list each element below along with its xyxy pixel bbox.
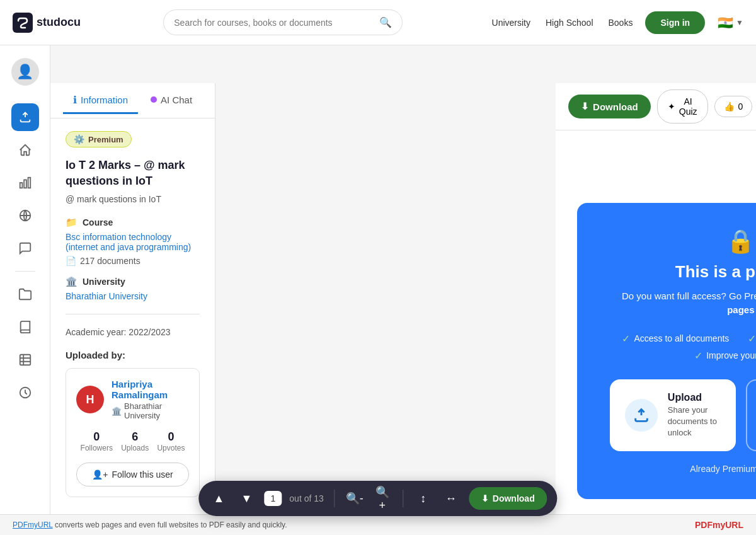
- uni-icon: 🏛️: [112, 406, 122, 416]
- svg-rect-0: [20, 183, 22, 188]
- bar-divider-2: [403, 490, 403, 507]
- language-selector[interactable]: 🇮🇳 ▼: [718, 15, 743, 30]
- university-icon: 🏛️: [66, 276, 77, 287]
- lock-icon: 🔒: [609, 228, 756, 255]
- logo-icon: [13, 13, 33, 33]
- ai-dot-icon: [151, 96, 157, 103]
- nav-university[interactable]: University: [492, 18, 530, 28]
- upload-card-desc: Share your documents to unlock: [668, 405, 721, 439]
- uploader-stats: 0 Followers 6 Uploads 0 Upvotes: [76, 430, 189, 452]
- info-content: ⚙️ Premium Io T 2 Marks – @ mark questio…: [50, 118, 215, 510]
- university-label: 🏛️ University: [66, 276, 200, 287]
- download-button-top[interactable]: ⬇ Download: [568, 95, 651, 118]
- upvote-button[interactable]: 👍 0: [714, 96, 753, 117]
- follow-user-button[interactable]: 👤+ Follow this user: [76, 463, 189, 486]
- uploader-card: H Haripriya Ramalingam 🏛️ Bharathiar Uni…: [66, 368, 200, 497]
- check-icon-3: ✓: [694, 350, 702, 362]
- sidebar-divider: [15, 271, 35, 272]
- sidebar-home-icon[interactable]: [11, 136, 39, 164]
- tab-information[interactable]: ℹ Information: [63, 88, 138, 114]
- feature-docs: ✓ Access to all documents: [622, 333, 729, 345]
- followers-count: 0: [81, 430, 113, 444]
- chevron-down-icon: ▼: [736, 18, 743, 27]
- upload-card-icon: [625, 399, 658, 432]
- uploader-avatar: H: [76, 386, 104, 413]
- download-icon-bottom: ⬇: [481, 493, 489, 503]
- info-panel: ℹ Information AI Chat ⚙️ Premium Io T 2 …: [50, 83, 215, 535]
- sidebar-upload-icon[interactable]: [11, 103, 39, 131]
- uploader-header: H Haripriya Ramalingam 🏛️ Bharathiar Uni…: [76, 379, 189, 420]
- preview-overlay: 🔒 This is a preview Do you want full acc…: [556, 130, 756, 535]
- check-icon-2: ✓: [748, 333, 756, 345]
- academic-year: Academic year: 2022/2023: [66, 327, 200, 337]
- trial-action-card[interactable]: ⚙️ Free Trial Get 7 days of free Premium: [746, 379, 756, 452]
- folder-icon: 📁: [66, 217, 77, 228]
- sidebar-booklet-icon[interactable]: [11, 346, 39, 374]
- nav-books[interactable]: Books: [609, 18, 633, 28]
- search-icon: 🔍: [379, 16, 392, 28]
- fit-height-button[interactable]: ↔: [441, 488, 461, 509]
- follow-icon: 👤+: [92, 469, 108, 480]
- university-link[interactable]: Bharathiar University: [66, 291, 147, 301]
- user-avatar[interactable]: 👤: [11, 58, 39, 86]
- zoom-out-button[interactable]: 🔍-: [345, 488, 365, 509]
- sidebar-book-icon[interactable]: [11, 313, 39, 341]
- fit-width-button[interactable]: ↕: [413, 488, 433, 509]
- sidebar-history-icon[interactable]: [11, 379, 39, 406]
- course-link[interactable]: Bsc information technology (internet and…: [66, 232, 191, 252]
- sidebar-globe-icon[interactable]: [11, 202, 39, 229]
- zoom-in-button[interactable]: 🔍+: [372, 488, 392, 509]
- thumbs-up-icon: 👍: [724, 101, 735, 112]
- nav-highschool[interactable]: High School: [546, 18, 593, 28]
- document-subtitle: @ mark questions in IoT: [66, 194, 200, 204]
- download-button-bottom[interactable]: ⬇ Download: [469, 487, 547, 510]
- uploader-name[interactable]: Haripriya Ramalingam: [112, 379, 189, 400]
- uploaded-by-label: Uploaded by:: [66, 350, 200, 360]
- upload-action-card[interactable]: Upload Share your documents to unlock: [610, 379, 736, 452]
- document-icon: 📄: [66, 256, 76, 266]
- tabs-row: ℹ Information AI Chat: [50, 83, 215, 118]
- check-icon-1: ✓: [622, 333, 630, 345]
- quiz-icon: ✦: [668, 101, 675, 112]
- info-icon: ℹ: [73, 94, 77, 106]
- bar-divider-1: [334, 490, 335, 507]
- navbar: studocu 🔍 University High School Books S…: [0, 0, 756, 45]
- document-title: Io T 2 Marks – @ mark questions in IoT: [66, 158, 200, 189]
- sidebar-folder-icon[interactable]: [11, 280, 39, 308]
- icon-sidebar: 👤: [0, 45, 50, 535]
- document-action-bar: ⬇ Download ✦ AI Quiz 👍 0 👎 🔖 Save ↪ Shar…: [556, 83, 756, 130]
- scroll-down-button[interactable]: ▼: [236, 488, 256, 509]
- logo[interactable]: studocu: [13, 13, 81, 33]
- uploader-info: Haripriya Ramalingam 🏛️ Bharathiar Unive…: [112, 379, 189, 420]
- scroll-up-button[interactable]: ▲: [209, 488, 229, 509]
- page-current: 1: [264, 491, 282, 506]
- signin-button[interactable]: Sign in: [645, 11, 705, 34]
- uploads-count: 6: [121, 430, 149, 444]
- upvotes-label: Upvotes: [157, 444, 185, 452]
- footer-strip: PDFmyURL converts web pages and even ful…: [0, 514, 756, 535]
- feature-downloads: ✓ Get Unlimited Downloads: [748, 333, 756, 345]
- ai-quiz-button[interactable]: ✦ AI Quiz: [657, 89, 708, 124]
- nav-links: University High School Books: [492, 18, 633, 28]
- university-section: 🏛️ University Bharathiar University: [66, 276, 200, 301]
- preview-features: ✓ Access to all documents ✓ Get Unlimite…: [609, 333, 756, 362]
- search-box: 🔍: [163, 9, 403, 35]
- features-row-1: ✓ Access to all documents ✓ Get Unlimite…: [622, 333, 756, 345]
- premium-badge: ⚙️ Premium: [66, 131, 132, 147]
- uploads-stat: 6 Uploads: [121, 430, 149, 452]
- course-label: 📁 Course: [66, 217, 200, 228]
- search-container: 🔍: [163, 9, 403, 35]
- download-icon-top: ⬇: [581, 101, 589, 112]
- footer-link[interactable]: PDFmyURL: [13, 521, 53, 529]
- tab-ai-chat[interactable]: AI Chat: [140, 88, 202, 113]
- course-section: 📁 Course Bsc information technology (int…: [66, 217, 200, 266]
- preview-login: Already Premium? Log in: [609, 464, 756, 474]
- sidebar-chat-icon[interactable]: [11, 234, 39, 262]
- upvotes-stat: 0 Upvotes: [157, 430, 185, 452]
- svg-rect-4: [20, 355, 30, 365]
- search-input[interactable]: [174, 18, 373, 28]
- sidebar-stats-icon[interactable]: [11, 169, 39, 197]
- preview-title: This is a preview: [609, 262, 756, 282]
- followers-label: Followers: [81, 444, 113, 452]
- feature-grades: ✓ Improve your grades: [694, 350, 756, 362]
